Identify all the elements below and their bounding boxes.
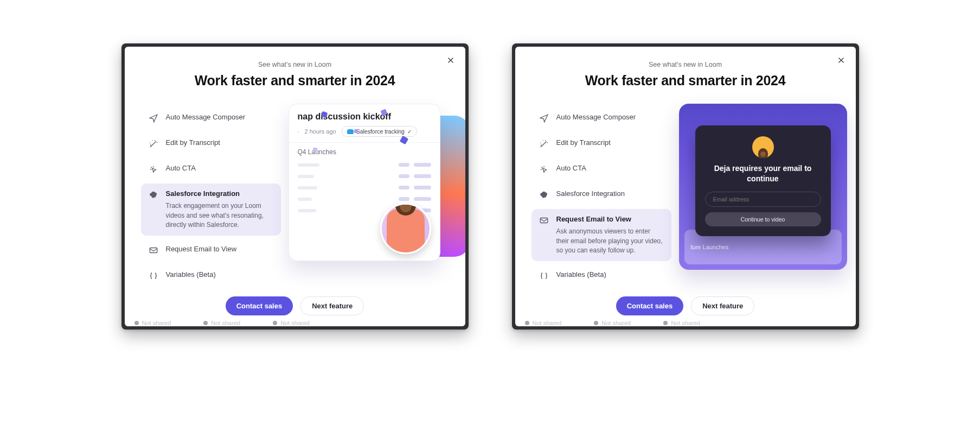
feature-list: Auto Message Composer Edit by Transcript… — [531, 107, 671, 287]
feature-label: Salesforce Integration — [166, 189, 273, 198]
video-thumbnail — [380, 203, 431, 254]
close-button[interactable] — [445, 54, 457, 66]
feature-request-email[interactable]: Request Email to View — [141, 239, 281, 261]
feature-label: Auto CTA — [556, 164, 586, 173]
variables-icon — [539, 271, 549, 281]
variables-icon — [149, 271, 158, 281]
eyebrow: See what's new in Loom — [531, 61, 840, 68]
eyebrow: See what's new in Loom — [141, 61, 449, 68]
feature-list: Auto Message Composer Edit by Transcript… — [141, 107, 281, 287]
feature-label: Variables (Beta) — [556, 270, 606, 279]
salesforce-tracking-badge: Salesforce tracking ✓ — [342, 126, 417, 137]
email-gate-card: Deja requires your email to continue Con… — [695, 125, 831, 236]
feature-auto-message[interactable]: Auto Message Composer — [141, 107, 281, 129]
check-icon: ✓ — [407, 129, 412, 135]
feature-edit-transcript[interactable]: Edit by Transcript — [141, 132, 281, 155]
modal-body: Auto Message Composer Edit by Transcript… — [141, 107, 449, 287]
feature-auto-message[interactable]: Auto Message Composer — [531, 107, 671, 129]
email-gate-heading: Deja requires your email to continue — [705, 163, 821, 184]
send-icon — [539, 113, 549, 123]
page-title: Work faster and smarter in 2024 — [531, 73, 840, 88]
mail-icon — [539, 216, 549, 225]
modal-right: See what's new in Loom Work faster and s… — [512, 43, 859, 330]
preview-pane: ture Launches Deja requires your email t… — [679, 107, 856, 287]
email-input[interactable] — [705, 192, 821, 207]
svg-rect-1 — [540, 218, 548, 223]
feature-variables[interactable]: Variables (Beta) — [141, 264, 281, 287]
next-feature-button[interactable]: Next feature — [300, 296, 364, 315]
modal-content: See what's new in Loom Work faster and s… — [125, 47, 465, 326]
feature-edit-transcript[interactable]: Edit by Transcript — [531, 132, 671, 155]
feature-label: Salesforce Integration — [556, 189, 625, 198]
feature-label: Auto Message Composer — [556, 113, 636, 122]
feature-desc: Ask anonymous viewers to enter their ema… — [556, 227, 664, 255]
svg-rect-0 — [150, 248, 157, 253]
preview-time: 2 hours ago — [305, 128, 336, 135]
page-title: Work faster and smarter in 2024 — [141, 73, 449, 88]
presenter-avatar — [387, 209, 425, 252]
continue-video-button[interactable]: Continue to video — [705, 212, 821, 226]
feature-label: Edit by Transcript — [556, 138, 611, 147]
salesforce-icon — [149, 190, 158, 200]
feature-salesforce[interactable]: Salesforce Integration Track engagement … — [141, 183, 281, 236]
preview-section: Q4 Launches — [289, 143, 440, 159]
modal-content: See what's new in Loom Work faster and s… — [515, 47, 856, 326]
feature-desc: Track engagement on your Loom videos and… — [166, 201, 273, 230]
feature-label: Variables (Beta) — [166, 270, 216, 279]
wand-icon — [539, 139, 549, 149]
preview-video-title: nap discussion kickoff — [289, 104, 440, 124]
feature-label: Request Email to View — [556, 215, 664, 224]
cursor-click-icon — [149, 164, 158, 174]
feature-label: Request Email to View — [166, 245, 237, 254]
feature-auto-cta[interactable]: Auto CTA — [141, 158, 281, 180]
close-icon — [447, 56, 454, 64]
wand-icon — [149, 139, 158, 149]
feature-label: Auto Message Composer — [166, 113, 246, 122]
modal-left: See what's new in Loom Work faster and s… — [121, 43, 469, 330]
contact-sales-button[interactable]: Contact sales — [616, 296, 684, 315]
send-icon — [149, 113, 158, 123]
feature-request-email[interactable]: Request Email to View Ask anonymous view… — [531, 209, 671, 261]
salesforce-icon — [539, 190, 549, 200]
requester-avatar — [752, 136, 774, 158]
preview-pane: nap discussion kickoff · 2 hours ago Sal… — [289, 107, 465, 287]
salesforce-cloud-icon — [347, 129, 354, 134]
mail-icon — [149, 245, 158, 255]
contact-sales-button[interactable]: Contact sales — [226, 296, 293, 315]
close-button[interactable] — [835, 54, 847, 66]
feature-label: Auto CTA — [166, 164, 196, 173]
email-gate-preview: ture Launches Deja requires your email t… — [679, 104, 847, 270]
next-feature-button[interactable]: Next feature — [691, 296, 754, 315]
close-icon — [837, 56, 845, 64]
feature-auto-cta[interactable]: Auto CTA — [531, 158, 671, 180]
feature-variables[interactable]: Variables (Beta) — [531, 264, 671, 287]
modal-body: Auto Message Composer Edit by Transcript… — [531, 107, 840, 287]
feature-salesforce[interactable]: Salesforce Integration — [531, 183, 671, 206]
salesforce-preview-card: nap discussion kickoff · 2 hours ago Sal… — [289, 104, 440, 261]
feature-label: Edit by Transcript — [166, 138, 220, 147]
cursor-click-icon — [539, 164, 549, 174]
